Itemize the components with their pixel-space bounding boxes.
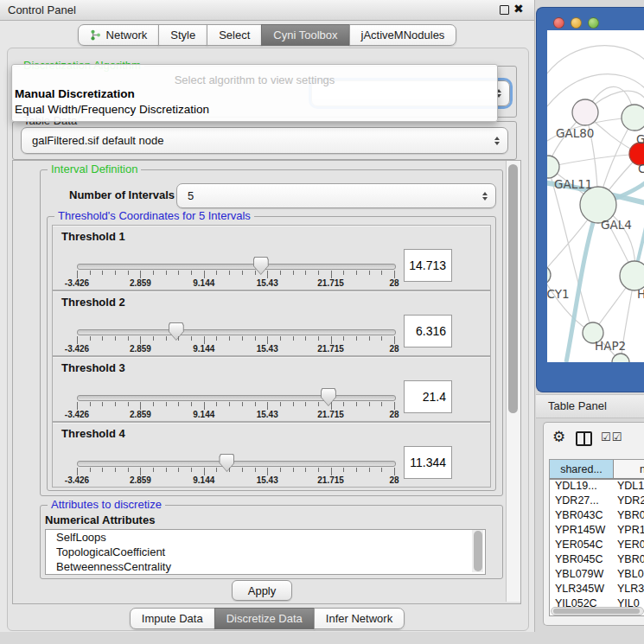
bottom-tab-bar: Impute Data Discretize Data Infer Networ… [7,608,527,629]
node-label-gal4: GAL4 [601,218,632,232]
num-intervals-combobox[interactable]: 5 [176,183,496,208]
column-header-shared-name[interactable]: shared... [550,460,614,480]
zoom-traffic-light-icon[interactable] [588,17,599,29]
thresholds-group-title: Threshold's Coordinates for 5 Intervals [54,210,254,222]
top-tab-bar: Network Style Select Cyni Toolbox jActiv… [0,24,534,46]
minimize-traffic-light-icon[interactable] [571,17,582,29]
threshold-label: Threshold 2 [61,296,125,309]
tab-select[interactable]: Select [207,24,262,46]
tab-network[interactable]: Network [78,24,160,46]
interval-definition-title: Interval Definition [48,163,141,175]
attributes-group-title: Attributes to discretize [48,499,165,511]
node-label-gal80: GAL80 [556,126,594,140]
close-icon[interactable]: ✖ [513,2,524,16]
app-root: Control Panel ✖ Network Style Select Cyn… [0,0,644,644]
control-panel-titlebar: Control Panel ✖ [0,0,534,21]
table-row[interactable]: YBR045CYBR0 [550,553,644,568]
column-header-name[interactable]: n [614,460,644,480]
table-row[interactable]: YDR27...YDR2 [550,494,644,509]
table-row[interactable]: YLR345WYLR3 [550,583,644,597]
threshold-label: Threshold 1 [61,230,125,243]
table-data-value: galFiltered.sif default node [32,128,163,153]
network-canvas[interactable]: GAL80 G C GAL11 GAL4 GCY1 H HAP2 [547,30,644,362]
threshold-4-value-field[interactable]: 11.344 [404,446,452,479]
threshold-label: Threshold 3 [61,361,125,374]
num-intervals-value: 5 [188,184,194,207]
threshold-4-slider[interactable] [77,461,396,467]
table-panel-window: ⚙ ☑☑ shared... n YDL19...YDL1 YDR27...YD… [543,422,644,626]
tab-infer-network[interactable]: Infer Network [314,608,405,629]
num-intervals-label: Number of Intervals [69,188,175,201]
horizontal-scrollbar-thumb[interactable] [553,609,640,614]
network-graph: GAL80 G C GAL11 GAL4 GCY1 H HAP2 [547,30,644,362]
table-row[interactable]: YIL052CYIL0 [550,597,644,607]
combo-stepper-icon [494,137,500,145]
column-layout-icon[interactable] [576,431,592,446]
tab-style[interactable]: Style [158,24,207,46]
tab-impute-data[interactable]: Impute Data [130,608,215,629]
node-attribute-table: shared... n YDL19...YDL1 YDR27...YDR2 YB… [549,459,644,616]
select-columns-icon[interactable]: ☑☑ [601,430,622,443]
slider-scale: -3.426 2.859 9.144 15.43 21.715 28 [77,344,394,354]
list-item[interactable]: SelfLoops [46,530,485,545]
vertical-scrollbar-thumb[interactable] [508,164,518,413]
table-row[interactable]: YBR043CYBR0 [550,509,644,524]
tab-cyni-toolbox[interactable]: Cyni Toolbox [261,24,349,46]
gear-icon[interactable]: ⚙ [552,428,565,446]
table-row[interactable]: YPR145WYPR1 [550,524,644,539]
control-panel: Control Panel ✖ Network Style Select Cyn… [0,0,535,632]
numerical-attributes-label: Numerical Attributes [45,513,155,526]
network-icon [90,29,101,41]
node-gcy1 [547,265,551,284]
table-rows: YDL19...YDL1 YDR27...YDR2 YBR043CYBR0 YP… [550,480,644,607]
node-label-g: G [636,132,644,146]
node-label-gal11: GAL11 [554,177,592,191]
threshold-label: Threshold 4 [61,427,125,440]
list-item[interactable]: BetweennessCentrality [46,559,485,574]
attributes-scrollbar-thumb[interactable] [474,531,482,571]
close-traffic-light-icon[interactable] [553,17,564,29]
threshold-2-value-field[interactable]: 6.316 [404,315,452,348]
node-h-partial [620,261,644,290]
threshold-2-slider[interactable] [77,329,396,335]
node-label-gcy1: GCY1 [547,287,570,301]
threshold-1-value-field[interactable]: 14.713 [404,249,452,282]
combo-stepper-icon [482,192,488,201]
threshold-3-slider[interactable] [77,395,396,401]
threshold-1-slider[interactable] [77,264,396,270]
slider-scale: -3.426 2.859 9.144 15.43 21.715 28 [77,278,394,289]
table-data-combobox[interactable]: galFiltered.sif default node [21,127,508,154]
table-row[interactable]: YBL079WYBL0 [550,568,644,583]
threshold-2-panel: Threshold 2 -3.426 2.859 9.144 15.43 21.… [52,290,491,356]
tab-discretize-data[interactable]: Discretize Data [214,608,315,629]
tab-label: Network [106,29,148,41]
table-row[interactable]: YDL19...YDL1 [550,480,644,494]
node-label-c: C [638,162,644,175]
table-panel-titlebar: Table Panel [536,394,644,418]
dropdown-option-manual-discretization[interactable]: Manual Discretization [15,87,135,100]
threshold-3-panel: Threshold 3 -3.426 2.859 9.144 15.43 21.… [52,356,491,422]
node-gal11 [547,156,559,178]
panel-title: Control Panel [8,3,76,16]
dropdown-option-equal-width-frequency[interactable]: Equal Width/Frequency Discretization [15,103,209,116]
attributes-list: SelfLoops TopologicalCoefficient Between… [45,529,486,575]
node-label-hap2: HAP2 [595,339,626,353]
float-window-icon[interactable] [500,5,509,15]
threshold-1-panel: Threshold 1 -3.426 2.859 9.144 15.43 21.… [52,225,491,290]
slider-scale: -3.426 2.859 9.144 15.43 21.715 28 [77,475,394,486]
node-label-h: H [637,287,644,301]
dropdown-hint: Select algorithm to view settings [12,73,497,86]
list-item[interactable]: TopologicalCoefficient [46,545,485,559]
algorithm-dropdown-popup: Select algorithm to view settings Manual… [11,64,498,122]
table-row[interactable]: YER054CYER0 [550,539,644,553]
node-gal80 [572,99,598,125]
threshold-4-panel: Threshold 4 -3.426 2.859 9.144 15.43 21.… [52,422,491,488]
slider-scale: -3.426 2.859 9.144 15.43 21.715 28 [77,410,394,420]
tab-jactivemnodules[interactable]: jActiveMNodules [349,24,457,46]
horizontal-scrollbar[interactable] [551,607,644,615]
node-g-partial [622,105,644,131]
threshold-3-value-field[interactable]: 21.4 [404,380,452,413]
apply-button[interactable]: Apply [232,580,292,601]
table-panel-title: Table Panel [548,399,607,412]
